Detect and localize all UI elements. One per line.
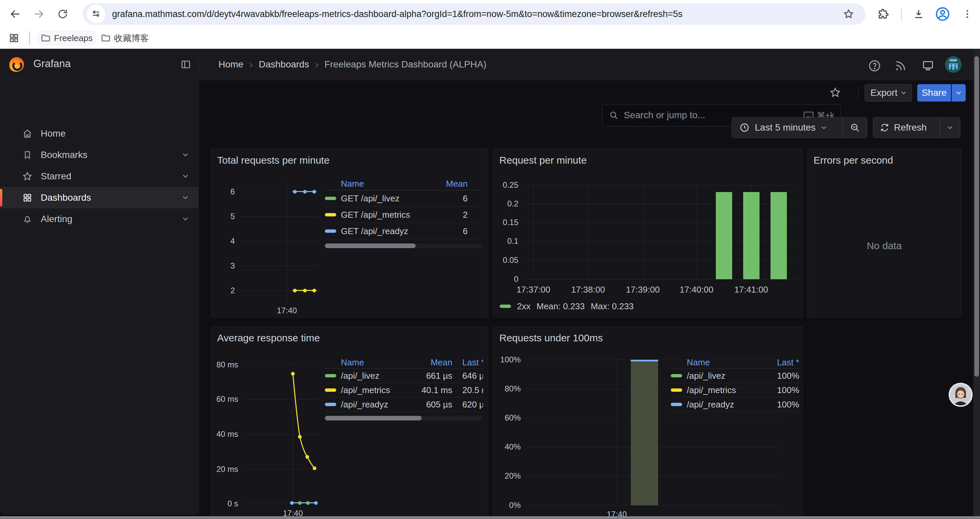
- data-point[interactable]: [313, 289, 316, 292]
- series-name[interactable]: /api/_livez: [341, 371, 406, 381]
- url-input[interactable]: [111, 9, 813, 20]
- sidebar-item-home[interactable]: Home: [0, 123, 199, 144]
- series-name[interactable]: 2xx: [517, 301, 530, 311]
- browser-menu-icon[interactable]: [961, 7, 974, 21]
- brand-title[interactable]: Grafana: [33, 58, 71, 70]
- legend-row[interactable]: /api/_metrics 100%: [671, 383, 799, 398]
- legend-scrollbar-thumb[interactable]: [325, 243, 415, 248]
- breadcrumb-dashboards[interactable]: Dashboards: [259, 59, 309, 70]
- page-scrollbar-thumb[interactable]: [974, 56, 979, 377]
- chevron-down-icon[interactable]: [183, 217, 188, 221]
- user-avatar[interactable]: [945, 56, 962, 73]
- panel-title[interactable]: Errors per second: [813, 155, 893, 166]
- data-point[interactable]: [293, 289, 297, 292]
- panel-errors-per-second[interactable]: Errors per second No data: [808, 149, 961, 317]
- sidebar-item-alerting[interactable]: Alerting: [0, 208, 199, 230]
- data-point[interactable]: [290, 501, 294, 505]
- legend-header-mean[interactable]: Mean: [406, 357, 452, 368]
- news-rss-icon[interactable]: [892, 58, 908, 74]
- legend-row[interactable]: GET /api/_readyz 6: [325, 223, 483, 240]
- export-button[interactable]: Export: [865, 84, 912, 102]
- help-icon[interactable]: [867, 58, 883, 74]
- legend-scrollbar-thumb[interactable]: [325, 416, 422, 420]
- profile-icon[interactable]: [935, 6, 951, 22]
- legend-header-mean[interactable]: Mean: [428, 179, 468, 189]
- legend-header-last[interactable]: Last *: [762, 357, 799, 368]
- data-point[interactable]: [313, 190, 316, 194]
- panel-average-response-time[interactable]: Average response time 80 ms 60 ms 40 ms …: [211, 327, 488, 519]
- bar-2xx[interactable]: [743, 192, 759, 279]
- bookmark-folder-blogs[interactable]: 收藏博客: [96, 30, 153, 46]
- reload-icon[interactable]: [56, 7, 69, 21]
- share-menu-button[interactable]: [951, 84, 966, 102]
- legend-scrollbar[interactable]: [325, 243, 483, 248]
- zoom-out-button[interactable]: [843, 118, 867, 137]
- series-mean: 2: [428, 210, 468, 220]
- bar-2xx[interactable]: [716, 192, 732, 279]
- legend-table: Name Mean GET /api/_livez 6 GET /api/_me…: [325, 177, 483, 248]
- grafana-logo[interactable]: [10, 57, 24, 72]
- series-name[interactable]: /api/_livez: [687, 371, 762, 381]
- legend-row[interactable]: /api/_metrics 40.1 ms 20.5 ms: [325, 383, 483, 398]
- data-point[interactable]: [303, 190, 307, 194]
- legend-header-name[interactable]: Name: [341, 179, 428, 189]
- series-name[interactable]: /api/_readyz: [687, 399, 762, 410]
- series-name[interactable]: /api/_metrics: [687, 385, 762, 395]
- chevron-down-icon[interactable]: [183, 175, 188, 178]
- panel-title[interactable]: Request per minute: [500, 155, 587, 166]
- panel-title[interactable]: Requests under 100ms: [500, 332, 603, 344]
- bookmark-star-icon[interactable]: [842, 7, 855, 21]
- series-name[interactable]: /api/_metrics: [341, 385, 406, 395]
- bookmark-folder-freeleaps[interactable]: Freeleaps: [36, 30, 97, 46]
- legend-header-last[interactable]: Last *: [462, 357, 483, 368]
- forward-icon[interactable]: [32, 7, 45, 21]
- series-name[interactable]: GET /api/_metrics: [341, 210, 428, 220]
- breadcrumb-home[interactable]: Home: [218, 59, 243, 70]
- refresh-interval-button[interactable]: [940, 118, 960, 137]
- share-button[interactable]: Share: [917, 84, 951, 102]
- time-range-picker[interactable]: Last 5 minutes: [732, 118, 843, 137]
- series-name[interactable]: GET /api/_readyz: [341, 226, 428, 236]
- favorite-star-icon[interactable]: [827, 85, 843, 101]
- series-name[interactable]: GET /api/_livez: [341, 193, 428, 204]
- data-point[interactable]: [298, 501, 302, 505]
- chat-widget-avatar[interactable]: [949, 383, 973, 407]
- legend-row[interactable]: GET /api/_metrics 2: [325, 207, 483, 223]
- series-color-green: [671, 374, 682, 377]
- sidebar-item-bookmarks[interactable]: Bookmarks: [0, 144, 199, 166]
- panel-title[interactable]: Total requests per minute: [217, 155, 329, 166]
- sidebar-item-dashboards[interactable]: Dashboards: [0, 187, 199, 208]
- chevron-down-icon[interactable]: [183, 153, 188, 156]
- bar-under-100ms[interactable]: [631, 360, 658, 505]
- legend-row[interactable]: /api/_readyz 605 µs 620 µs: [325, 398, 483, 412]
- gridline: [533, 185, 534, 279]
- legend-scrollbar[interactable]: [325, 416, 483, 420]
- panel-request-per-minute[interactable]: Request per minute 0.25 0.2 0.15 0.1 0.0…: [493, 149, 803, 317]
- chevron-down-icon[interactable]: [183, 196, 188, 200]
- panel-total-requests[interactable]: Total requests per minute 6 5 4 3 2 17:4…: [211, 149, 488, 317]
- legend-row[interactable]: GET /api/_livez 6: [325, 190, 483, 207]
- back-icon[interactable]: [9, 7, 22, 21]
- refresh-button[interactable]: Refresh: [873, 118, 940, 137]
- site-settings-icon[interactable]: [87, 5, 105, 23]
- download-icon[interactable]: [911, 7, 926, 21]
- series-name[interactable]: /api/_readyz: [341, 399, 406, 410]
- legend-row[interactable]: /api/_livez 661 µs 646 µs: [325, 369, 483, 383]
- sidebar-item-starred[interactable]: Starred: [0, 166, 199, 187]
- data-point[interactable]: [293, 190, 297, 194]
- panel-requests-under-100ms[interactable]: Requests under 100ms 100% 80% 60% 40% 20…: [493, 327, 803, 519]
- legend-row[interactable]: /api/_readyz 100%: [671, 398, 799, 412]
- apps-grid-icon[interactable]: [7, 31, 21, 45]
- data-point[interactable]: [314, 501, 318, 505]
- url-bar[interactable]: [83, 3, 865, 25]
- legend-row[interactable]: /api/_livez 100%: [671, 369, 799, 383]
- legend-header-name[interactable]: Name: [341, 357, 406, 368]
- data-point[interactable]: [303, 289, 307, 292]
- legend-header-name[interactable]: Name: [687, 357, 762, 368]
- extensions-icon[interactable]: [876, 7, 891, 21]
- bar-2xx[interactable]: [770, 192, 787, 279]
- sidebar-toggle-icon[interactable]: [178, 57, 194, 72]
- data-point[interactable]: [306, 501, 310, 505]
- monitor-icon[interactable]: [920, 58, 936, 74]
- panel-title[interactable]: Average response time: [217, 332, 320, 344]
